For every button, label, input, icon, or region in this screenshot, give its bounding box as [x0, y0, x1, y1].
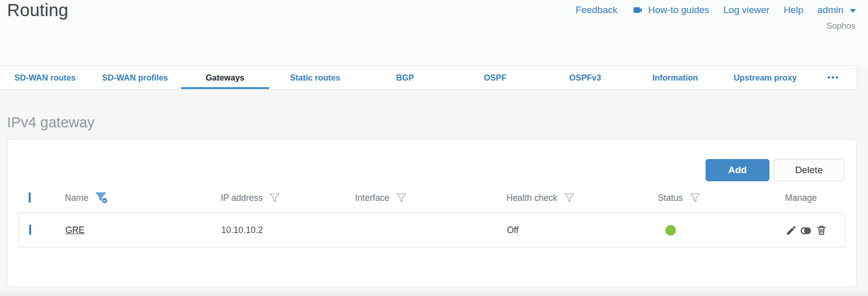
row-checkbox[interactable]	[29, 225, 31, 235]
tab-ospf[interactable]: OSPF	[450, 66, 540, 89]
filter-icon[interactable]	[396, 193, 407, 203]
howto-guides-label: How-to guides	[648, 5, 709, 16]
column-header-health-check: Health check	[506, 193, 658, 203]
cell-manage	[786, 225, 844, 236]
page-title: Routing	[7, 0, 68, 20]
help-label: Help	[784, 5, 803, 16]
filter-icon[interactable]	[564, 193, 575, 203]
delete-row-icon[interactable]	[816, 225, 827, 236]
user-name: admin	[817, 5, 843, 16]
tab-static-routes[interactable]: Static routes	[270, 66, 360, 89]
select-all-checkbox[interactable]	[29, 192, 31, 203]
howto-guides-link[interactable]: How-to guides	[632, 5, 709, 16]
column-header-ip-address: IP address	[221, 193, 355, 203]
filter-icon[interactable]	[689, 193, 701, 203]
status-up-indicator	[665, 225, 676, 236]
column-label-interface: Interface	[355, 193, 389, 203]
cell-status	[658, 225, 777, 236]
content-area: IPv4 gateway Add Delete Name	[0, 114, 868, 287]
tab-sd-wan-routes[interactable]: SD-WAN routes	[0, 66, 90, 89]
gateway-name-link[interactable]: GRE	[65, 225, 84, 235]
feedback-link[interactable]: Feedback	[575, 5, 617, 16]
column-header-manage: Manage	[785, 193, 845, 203]
log-viewer-label: Log viewer	[723, 5, 769, 16]
tab-upstream-proxy[interactable]: Upstream proxy	[720, 66, 810, 89]
column-header-name: Name	[65, 192, 221, 204]
user-menu[interactable]: admin	[817, 5, 856, 16]
feedback-label: Feedback	[575, 5, 617, 16]
column-label-manage: Manage	[785, 193, 817, 203]
add-button[interactable]: Add	[706, 159, 769, 181]
tab-bgp[interactable]: BGP	[360, 66, 450, 89]
caret-down-icon	[850, 9, 856, 13]
log-viewer-link[interactable]: Log viewer	[723, 5, 769, 16]
gateway-table-card: Add Delete Name I	[7, 139, 856, 287]
tab-information[interactable]: Information	[630, 66, 720, 89]
cell-health-check: Off	[507, 225, 658, 236]
filter-icon[interactable]	[269, 193, 280, 203]
column-label-health-check: Health check	[506, 193, 557, 203]
column-label-status: Status	[658, 193, 683, 203]
cell-name: GRE	[65, 225, 221, 236]
filter-active-icon[interactable]	[95, 192, 109, 204]
brand-label: Sophos	[826, 21, 855, 31]
section-title: IPv4 gateway	[7, 114, 868, 131]
tab-gateways[interactable]: Gateways	[180, 66, 270, 89]
edit-icon[interactable]	[786, 225, 797, 236]
gateway-table: Name IP address	[19, 187, 845, 248]
tab-sd-wan-profiles[interactable]: SD-WAN profiles	[90, 66, 180, 89]
more-tabs-button[interactable]: •••	[810, 66, 856, 89]
column-header-interface: Interface	[355, 193, 506, 203]
bottom-strip	[0, 291, 868, 296]
cell-ip-address: 10.10.10.2	[221, 225, 356, 236]
utility-nav: Feedback How-to guides Log viewer Help a…	[575, 5, 856, 16]
column-label-ip-address: IP address	[221, 193, 263, 203]
tab-bar: SD-WAN routes SD-WAN profiles Gateways S…	[0, 65, 857, 90]
table-header-row: Name IP address	[19, 187, 845, 209]
help-link[interactable]: Help	[784, 5, 803, 16]
table-toolbar: Add Delete	[706, 159, 844, 181]
clone-icon[interactable]	[800, 225, 813, 236]
videocam-icon	[632, 5, 644, 16]
top-header: Routing Feedback How-to guides Log viewe…	[0, 0, 868, 65]
column-header-status: Status	[658, 193, 777, 203]
delete-button[interactable]: Delete	[773, 159, 844, 181]
column-label-name: Name	[65, 193, 89, 203]
table-row: GRE 10.10.10.2 Off	[19, 212, 845, 248]
tab-ospfv3[interactable]: OSPFv3	[540, 66, 630, 89]
